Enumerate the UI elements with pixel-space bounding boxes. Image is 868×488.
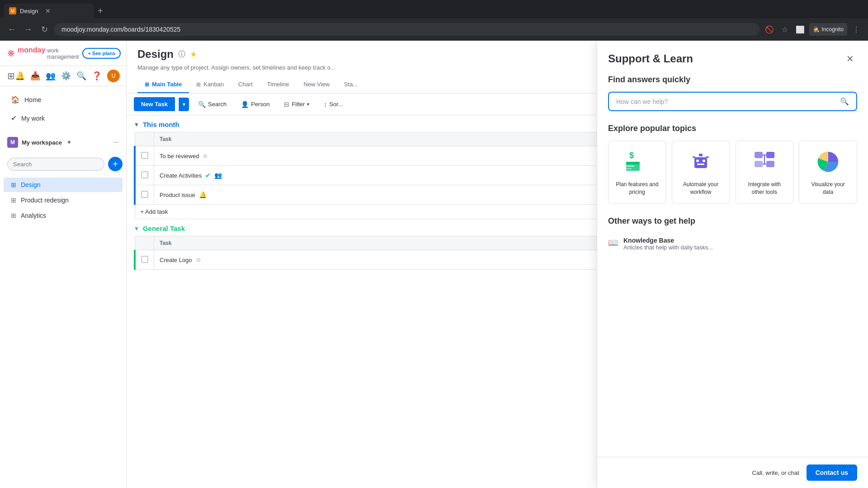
forward-btn[interactable]: →: [22, 23, 34, 36]
task-name-2: Create Activities: [160, 172, 202, 179]
nav-home-label: Home: [24, 96, 41, 103]
search-toolbar-button[interactable]: 🔍 Search: [193, 98, 232, 111]
person-toolbar-button[interactable]: 👤 Person: [236, 98, 275, 111]
timeline-tab-label: Timeline: [267, 81, 289, 88]
task-add-icon-1[interactable]: ⊕: [203, 152, 208, 160]
back-btn[interactable]: ←: [5, 23, 18, 36]
camera-off-icon: 🚫: [763, 23, 776, 36]
section-title-this-month: This month: [143, 121, 179, 128]
tab-chart[interactable]: Chart: [231, 76, 260, 93]
task-add-icon-g1[interactable]: ⊕: [196, 256, 201, 263]
section-chevron-this-month[interactable]: ▼: [134, 122, 139, 128]
board-design-label: Design: [21, 181, 41, 188]
topic-card-pricing[interactable]: $ Plan features and pricing: [608, 141, 666, 204]
integrations-icon[interactable]: ⚙️: [61, 71, 71, 81]
new-task-dropdown-button[interactable]: ▾: [179, 98, 189, 111]
support-search-input[interactable]: [616, 98, 840, 105]
svg-rect-4: [626, 168, 632, 169]
support-search-box: 🔍: [608, 92, 857, 111]
reload-btn[interactable]: ↻: [38, 23, 51, 36]
incognito-label: Incognito: [821, 26, 844, 33]
active-tab[interactable]: M Design ✕: [4, 4, 94, 18]
sidebar: ❋ monday work management + See plans ⊞ 🔔…: [0, 41, 127, 488]
sidebar-search-input[interactable]: [7, 158, 104, 171]
notification-bell-icon[interactable]: 🔔: [15, 71, 25, 81]
tab-kanban[interactable]: ⊞ Kanban: [189, 76, 231, 93]
workspace-more-icon[interactable]: ···: [113, 138, 119, 146]
new-tab-btn[interactable]: +: [94, 4, 107, 18]
checkbox-3[interactable]: [141, 191, 148, 198]
browser-tabs: M Design ✕ +: [0, 0, 868, 18]
board-title: Design: [137, 48, 174, 61]
row-checkbox-2[interactable]: [135, 166, 154, 185]
bell-icon-3: 🔔: [199, 191, 207, 198]
new-task-button[interactable]: New Task: [134, 97, 175, 111]
tab-close-btn[interactable]: ✕: [45, 7, 51, 14]
support-panel-title: Support & Learn: [608, 52, 693, 65]
workspace-name: My workspace: [22, 139, 62, 146]
visualize-topic-label: Visualize your data: [807, 181, 849, 196]
workspace-section: M My workspace ▼ ···: [0, 131, 126, 153]
user-avatar[interactable]: U: [107, 70, 120, 82]
svg-rect-3: [626, 165, 634, 167]
support-panel-body: Find answers quickly 🔍 Explore popular t…: [597, 75, 868, 457]
knowledge-base-row[interactable]: 📖 Knowledge Base Articles that help with…: [608, 231, 857, 256]
knowledge-base-content: Knowledge Base Articles that help with d…: [623, 237, 713, 251]
bookmark-icon[interactable]: ☆: [778, 23, 791, 36]
nav-item-mywork[interactable]: ✔ My work: [4, 109, 123, 127]
help-icon[interactable]: ❓: [92, 71, 102, 81]
add-people-icon[interactable]: 👥: [46, 71, 56, 81]
tab-main-table[interactable]: ⊞ Main Table: [137, 76, 189, 93]
inbox-icon[interactable]: 📥: [30, 71, 40, 81]
task-check-icon-2[interactable]: ✔: [205, 172, 211, 179]
sort-toolbar-icon: ↕: [324, 101, 327, 108]
more-options-icon[interactable]: ⋮: [850, 23, 863, 36]
board-star-icon[interactable]: ★: [190, 49, 197, 59]
tab-status[interactable]: Sta...: [337, 76, 365, 93]
checkbox-2[interactable]: [141, 171, 148, 178]
add-board-button[interactable]: +: [108, 157, 123, 171]
sidebar-header: ❋ monday work management + See plans: [0, 41, 126, 66]
board-product-label: Product redesign: [21, 197, 69, 204]
row-checkbox-3[interactable]: [135, 185, 154, 205]
browser-chrome: M Design ✕ + ← → ↻ 🚫 ☆ ⬜ 🕵️ Incognito ⋮: [0, 0, 868, 41]
support-panel-close-button[interactable]: ✕: [843, 52, 857, 66]
section-chevron-general[interactable]: ▼: [134, 225, 139, 232]
search-toolbar-icon: 🔍: [198, 101, 206, 108]
board-analytics-icon: ⊞: [11, 212, 16, 219]
board-item-product[interactable]: ⊞ Product redesign: [4, 193, 123, 207]
topic-card-visualize[interactable]: Visualize your data: [799, 141, 857, 204]
tab-favicon: M: [9, 7, 16, 14]
support-panel-header: Support & Learn ✕: [597, 41, 868, 75]
main-table-tab-icon: ⊞: [145, 81, 149, 88]
split-screen-icon[interactable]: ⬜: [794, 23, 807, 36]
topic-card-integrate[interactable]: Integrate with other tools: [736, 141, 794, 204]
sort-toolbar-button[interactable]: ↕ Sor...: [318, 98, 348, 111]
filter-toolbar-icon: ⊟: [284, 101, 289, 108]
search-toolbar-label: Search: [208, 101, 226, 108]
checkbox-1[interactable]: [141, 152, 148, 159]
task-people-icon-2[interactable]: 👥: [214, 172, 222, 179]
incognito-badge: 🕵️ Incognito: [809, 23, 847, 36]
search-icon[interactable]: 🔍: [76, 71, 86, 81]
board-item-design[interactable]: ⊞ Design: [4, 178, 123, 192]
board-item-analytics[interactable]: ⊞ Analytics: [4, 208, 123, 223]
apps-grid-icon[interactable]: ⊞: [7, 70, 15, 81]
url-bar[interactable]: [54, 23, 760, 36]
board-product-icon: ⊞: [11, 197, 16, 204]
checkbox-g1[interactable]: [141, 256, 148, 263]
nav-item-home[interactable]: 🏠 Home: [4, 91, 123, 108]
filter-toolbar-button[interactable]: ⊟ Filter ▾: [278, 98, 315, 111]
app: ❋ monday work management + See plans ⊞ 🔔…: [0, 41, 868, 488]
topic-card-automate[interactable]: Automate your workflow: [672, 141, 730, 204]
tab-timeline[interactable]: Timeline: [260, 76, 297, 93]
workspace-header[interactable]: M My workspace ▼ ···: [7, 137, 119, 148]
incognito-icon: 🕵️: [813, 26, 820, 33]
see-plans-button[interactable]: + See plans: [82, 48, 121, 59]
row-checkbox-g1[interactable]: [135, 250, 154, 270]
tab-new-view[interactable]: New View: [297, 76, 337, 93]
contact-us-button[interactable]: Contact us: [807, 465, 857, 481]
board-info-icon[interactable]: ⓘ: [178, 50, 185, 59]
logo-icon: ❋: [7, 48, 15, 59]
row-checkbox-1[interactable]: [135, 146, 154, 166]
